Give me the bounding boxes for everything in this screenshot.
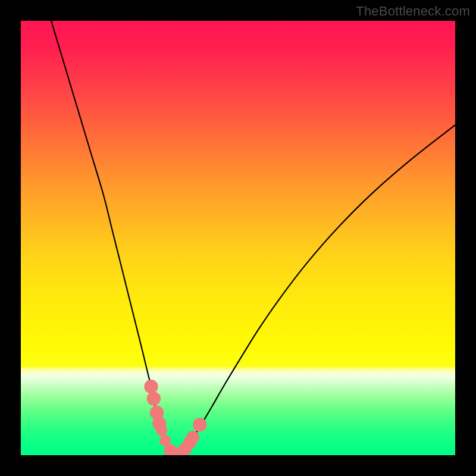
bottleneck-curve <box>21 21 455 455</box>
chart-container: TheBottleneck.com <box>0 0 476 476</box>
watermark-text: TheBottleneck.com <box>356 4 470 19</box>
plot-area <box>21 21 455 455</box>
